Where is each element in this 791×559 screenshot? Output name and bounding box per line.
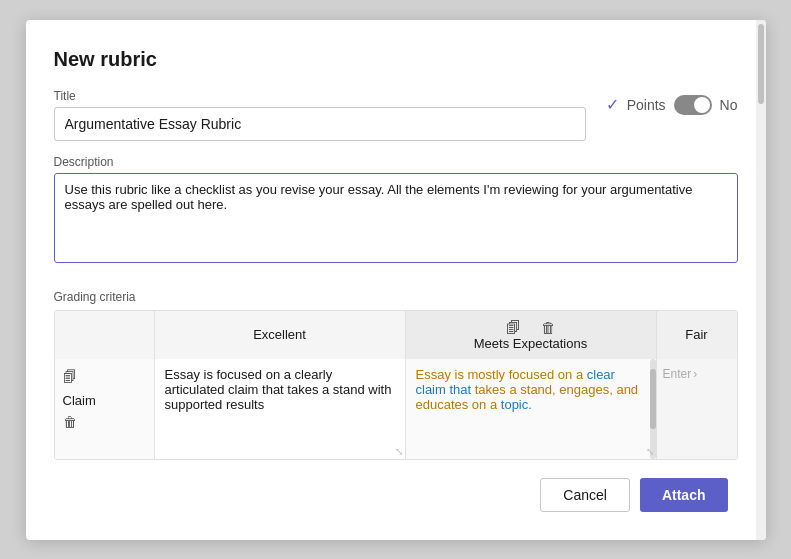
criteria-cell: 🗐 Claim 🗑 — [55, 359, 155, 459]
fair-content-cell[interactable]: Enter › — [657, 359, 737, 459]
delete-icon[interactable]: 🗑 — [539, 319, 558, 336]
chevron-right-icon: › — [693, 367, 697, 381]
meets-header-icons: 🗐 🗑 — [504, 319, 558, 336]
meets-link-claim[interactable]: clear claim that — [416, 367, 615, 397]
meets-text: Essay is mostly focused on a clear claim… — [416, 367, 639, 412]
grading-table: Excellent 🗐 🗑 Meets Expectations Fair — [54, 310, 738, 460]
dialog-scrollbar[interactable] — [756, 20, 766, 540]
delete-row-icon[interactable]: 🗑 — [63, 414, 77, 430]
excellent-content-cell[interactable]: Essay is focused on a clearly articulate… — [155, 359, 406, 459]
meets-link-topic[interactable]: topic. — [501, 397, 532, 412]
fair-enter-text: Enter — [663, 367, 692, 381]
copy-icon[interactable]: 🗐 — [504, 319, 523, 336]
excellent-col-label: Excellent — [253, 327, 306, 342]
meets-scrollbar-thumb — [650, 369, 656, 429]
toggle-knob — [694, 97, 710, 113]
excellent-text: Essay is focused on a clearly articulate… — [165, 367, 392, 412]
cancel-button[interactable]: Cancel — [540, 478, 630, 512]
new-rubric-dialog: New rubric Title ✓ Points No Description… — [26, 20, 766, 540]
col-excellent-header: Excellent — [155, 311, 406, 359]
col-fair-header: Fair — [657, 311, 737, 359]
meets-content-cell[interactable]: Essay is mostly focused on a clear claim… — [406, 359, 657, 459]
description-label: Description — [54, 155, 738, 169]
grading-criteria-label: Grading criteria — [54, 290, 738, 304]
fair-col-label: Fair — [685, 327, 707, 342]
col-criteria-header — [55, 311, 155, 359]
points-toggle[interactable] — [674, 95, 712, 115]
toggle-no-label: No — [720, 97, 738, 113]
criteria-name: Claim — [63, 393, 96, 408]
points-label: Points — [627, 97, 666, 113]
title-label: Title — [54, 89, 586, 103]
grading-header-row: Excellent 🗐 🗑 Meets Expectations Fair — [55, 311, 737, 359]
description-input[interactable]: Use this rubric like a checklist as you … — [54, 173, 738, 263]
resize-handle-meets[interactable]: ⤡ — [646, 446, 654, 457]
table-row: 🗐 Claim 🗑 Essay is focused on a clearly … — [55, 359, 737, 459]
col-meets-header: 🗐 🗑 Meets Expectations — [406, 311, 657, 359]
resize-handle-excellent[interactable]: ⤡ — [395, 446, 403, 457]
title-input[interactable] — [54, 107, 586, 141]
dialog-title: New rubric — [54, 48, 738, 71]
fair-enter-area: Enter › — [663, 367, 698, 381]
attach-button[interactable]: Attach — [640, 478, 728, 512]
copy-row-icon[interactable]: 🗐 — [63, 369, 77, 385]
dialog-footer: Cancel Attach — [54, 478, 738, 512]
points-checkmark-icon: ✓ — [606, 95, 619, 114]
meets-scrollbar[interactable] — [650, 359, 656, 459]
meets-col-label: Meets Expectations — [474, 336, 587, 351]
